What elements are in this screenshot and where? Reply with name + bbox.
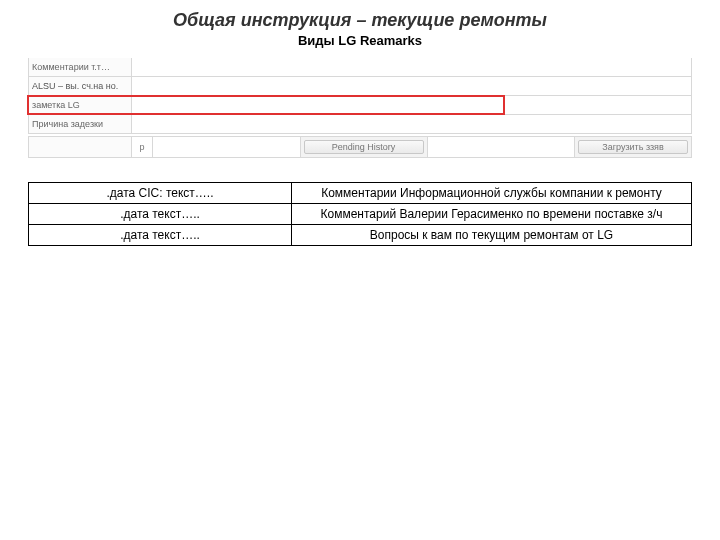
mapping-table: .дата CIC: текст….. Комментарии Информац… (28, 182, 692, 246)
map-right-2: Вопросы к вам по текущим ремонтам от LG (292, 225, 692, 246)
row-label-delay-reason: Причина задезки (29, 115, 132, 134)
page-subtitle: Виды LG Reamarks (28, 33, 692, 48)
form-bottom-bar: p Pending History Загрузить ззяв (28, 136, 692, 158)
row-field-delay-reason[interactable] (132, 115, 692, 134)
map-right-0: Комментарии Информационной службы компан… (292, 183, 692, 204)
row-label-lg-note: заметка LG (29, 96, 132, 115)
row-label-comments: Комментарии т.т… (29, 58, 132, 77)
map-right-1: Комментарий Валерии Герасименко по време… (292, 204, 692, 225)
row-field-comments[interactable] (132, 58, 692, 77)
load-apps-button[interactable]: Загрузить ззяв (578, 140, 688, 154)
bottom-bar-gap1 (153, 137, 301, 158)
map-left-1: .дата текст….. (29, 204, 292, 225)
map-left-2: .дата текст….. (29, 225, 292, 246)
map-left-0: .дата CIC: текст….. (29, 183, 292, 204)
row-field-lg-note[interactable] (132, 96, 692, 115)
bottom-bar-spacer-label (29, 137, 132, 158)
pending-history-button[interactable]: Pending History (304, 140, 424, 154)
remarks-form: Комментарии т.т… ALSU – вы. сч.на но. за… (28, 58, 692, 134)
page-title: Общая инструкция – текущие ремонты (28, 10, 692, 31)
bottom-bar-letter: p (132, 137, 153, 158)
bottom-bar-gap2 (427, 137, 575, 158)
row-label-alsu: ALSU – вы. сч.на но. (29, 77, 132, 96)
row-field-alsu[interactable] (132, 77, 692, 96)
